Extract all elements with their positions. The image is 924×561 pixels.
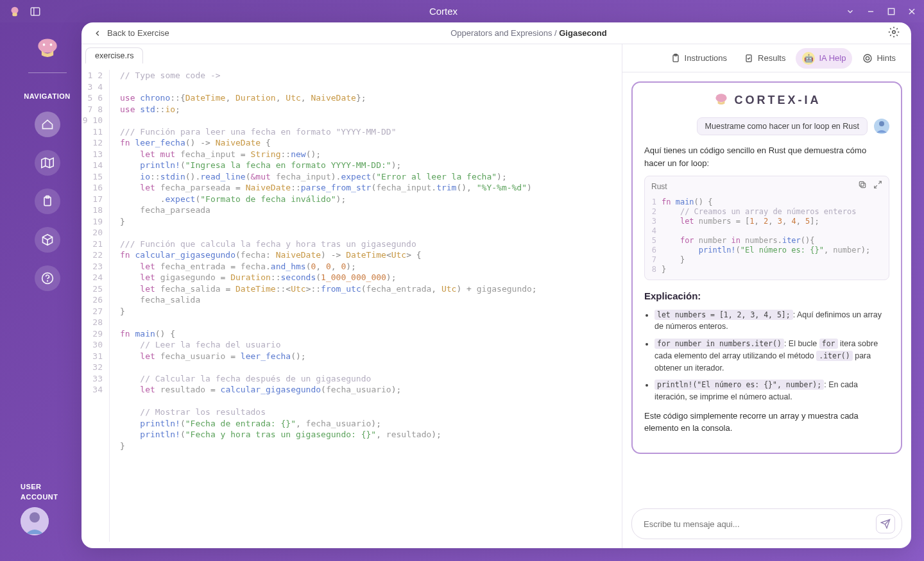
svg-line-31 [878, 181, 881, 184]
editor-area: exercise.rs 1 2 3 4 5 6 7 8 9 10 11 12 1… [81, 44, 622, 548]
panel-toggle-icon[interactable] [30, 6, 41, 17]
app-title: Cortex [41, 6, 846, 17]
maximize-icon[interactable] [887, 7, 896, 16]
svg-point-26 [866, 56, 869, 60]
message-input[interactable] [644, 519, 876, 529]
code-lang-label: Rust [651, 181, 667, 192]
nav-cube[interactable] [35, 227, 60, 253]
sidebar: NAVIGATION USER ACCOUNT [13, 22, 81, 548]
chevron-left-icon [93, 29, 102, 38]
user-avatar-small [874, 119, 889, 134]
svg-point-18 [47, 281, 47, 281]
copy-code-button[interactable] [858, 180, 867, 192]
send-button[interactable] [876, 514, 895, 533]
nav-clipboard[interactable] [35, 188, 60, 214]
svg-point-28 [879, 121, 884, 126]
svg-line-32 [875, 185, 877, 188]
svg-rect-30 [859, 181, 864, 186]
ai-brand: CORTEX-IA [644, 92, 889, 108]
clipboard-icon [671, 53, 681, 63]
svg-point-25 [864, 54, 871, 62]
svg-rect-2 [31, 8, 40, 15]
svg-rect-5 [888, 8, 894, 14]
tab-instructions[interactable]: Instructions [664, 49, 733, 67]
close-icon[interactable] [907, 7, 916, 16]
back-label: Back to Exercise [107, 28, 169, 38]
nav-map[interactable] [35, 150, 60, 176]
nav-help[interactable] [35, 265, 60, 291]
app-icon [8, 4, 22, 19]
ai-response-card: CORTEX-IA Muestrame como hacer un for lo… [631, 81, 902, 454]
svg-point-10 [49, 44, 52, 46]
svg-rect-1 [12, 12, 17, 16]
svg-rect-29 [861, 183, 866, 188]
composer [631, 508, 902, 539]
back-button[interactable]: Back to Exercise [93, 28, 169, 38]
svg-point-8 [38, 39, 56, 53]
ai-response-body: Aquí tienes un código sencillo en Rust q… [644, 144, 889, 435]
tab-ia-help[interactable]: 🤖 IA Help [796, 48, 852, 69]
svg-point-9 [42, 44, 45, 46]
user-section-title: USER ACCOUNT [21, 482, 58, 502]
send-icon [880, 519, 891, 529]
right-panel: Instructions Results 🤖 IA Help Hints [622, 44, 911, 548]
user-message: Muestrame como hacer un for loop en Rust [697, 117, 868, 135]
bot-icon: 🤖 [802, 52, 815, 65]
tab-hints[interactable]: Hints [856, 49, 902, 67]
brain-icon [713, 92, 730, 108]
chevron-down-icon[interactable] [846, 7, 855, 16]
results-icon [744, 53, 754, 63]
titlebar: Cortex [0, 0, 924, 22]
nav-home[interactable] [35, 112, 60, 137]
panel-tabs: Instructions Results 🤖 IA Help Hints [622, 44, 911, 72]
bullet-3: println!("El número es: {}", number);: E… [654, 379, 889, 403]
sidebar-divider [28, 72, 67, 73]
minimize-icon[interactable] [866, 7, 875, 16]
bullet-1: let numbers = [1, 2, 3, 4, 5];: Aquí def… [654, 309, 889, 333]
svg-marker-11 [41, 158, 53, 168]
main-panel: Back to Exercise Opperators and Expresio… [81, 22, 911, 548]
settings-button[interactable] [888, 26, 900, 40]
breadcrumb: Opperators and Expresions / Gigasecond [169, 28, 888, 38]
top-bar: Back to Exercise Opperators and Expresio… [81, 22, 911, 44]
svg-point-27 [715, 94, 726, 102]
bullet-2: for number in numbers.iter(): El bucle f… [654, 338, 889, 374]
brain-logo-icon [33, 35, 62, 63]
tab-results[interactable]: Results [737, 49, 792, 67]
svg-point-21 [893, 31, 896, 34]
file-tab[interactable]: exercise.rs [85, 47, 143, 63]
nav-title: NAVIGATION [24, 92, 70, 100]
explain-title: Explicación: [644, 289, 889, 304]
code-editor[interactable]: 1 2 3 4 5 6 7 8 9 10 11 12 13 14 15 16 1… [81, 63, 622, 548]
hints-icon [862, 53, 873, 63]
svg-point-20 [30, 512, 40, 523]
expand-code-button[interactable] [873, 180, 882, 192]
avatar[interactable] [21, 507, 49, 535]
ai-code-block: Rust 1 2 3 4 5 6 7 8 fn main() { // Crea… [644, 176, 889, 280]
gear-icon [888, 26, 900, 38]
